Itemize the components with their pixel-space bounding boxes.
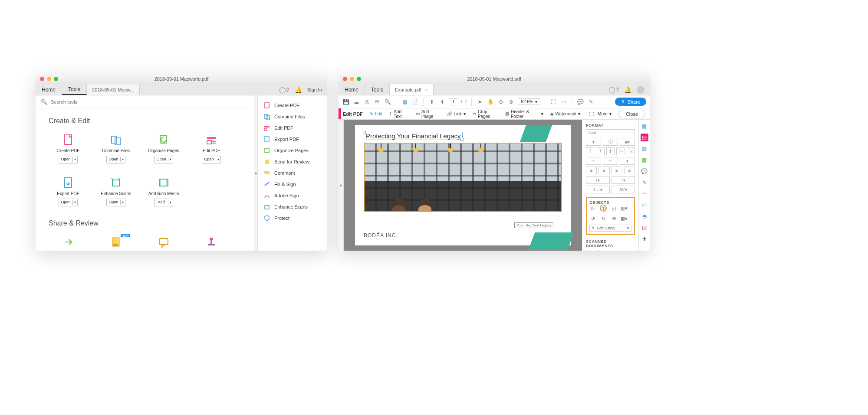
maximize-dot[interactable] bbox=[54, 77, 58, 81]
open-dropdown[interactable]: Open▼ bbox=[154, 156, 173, 163]
tab-home[interactable]: Home bbox=[339, 84, 365, 95]
doc-tab[interactable]: 2018-09-01 Macw... bbox=[87, 84, 140, 95]
rt-fill-icon[interactable]: ✎ bbox=[641, 179, 648, 186]
tab-tools[interactable]: Tools bbox=[365, 84, 390, 95]
watermark-btn[interactable]: ◈Watermark▾ bbox=[550, 109, 581, 119]
tool-a-icon[interactable]: ▦ bbox=[401, 98, 408, 106]
bell-icon[interactable]: 🔔 bbox=[295, 86, 302, 93]
side-create-pdf[interactable]: Create PDF bbox=[258, 100, 327, 111]
tool-edit-pdf[interactable]: Edit PDFOpen▼ bbox=[192, 134, 231, 163]
maximize-dot[interactable] bbox=[357, 77, 361, 81]
t-italic[interactable]: T bbox=[596, 147, 604, 155]
side-adobe-sign[interactable]: Adobe Sign bbox=[258, 190, 327, 201]
open-dropdown[interactable]: Open▼ bbox=[59, 199, 78, 206]
sign-in-link[interactable]: Sign In bbox=[307, 87, 322, 92]
tool-organize-pages[interactable]: Organize PagesOpen▼ bbox=[144, 134, 183, 163]
hand-icon[interactable]: ✋ bbox=[487, 98, 494, 106]
rt-organize-icon[interactable]: ▦ bbox=[641, 156, 648, 164]
crop-obj-icon[interactable]: ◰ bbox=[610, 205, 617, 212]
minimize-dot[interactable] bbox=[47, 77, 51, 81]
add-image-btn[interactable]: ▭Add Image bbox=[416, 109, 440, 119]
rotate-l-icon[interactable]: ↺ bbox=[589, 215, 596, 222]
account-icon[interactable] bbox=[637, 86, 644, 94]
list-opts[interactable]: ▾ bbox=[620, 157, 635, 165]
tool-add-rich-media[interactable]: Add Rich MediaAdd▼ bbox=[144, 176, 183, 206]
close-dot[interactable] bbox=[343, 77, 347, 81]
side-comment[interactable]: Comment bbox=[258, 167, 327, 179]
font-select[interactable]: Arial bbox=[586, 129, 635, 136]
tool-b-icon[interactable]: 📄 bbox=[411, 98, 419, 106]
tool-export-pdf[interactable]: Export PDFOpen▼ bbox=[49, 176, 88, 206]
edit-using-select[interactable]: ✎Edit Using...▾ bbox=[589, 225, 631, 232]
spacing-2[interactable]: ↕▾ bbox=[612, 176, 635, 184]
page-number-input[interactable] bbox=[449, 98, 458, 105]
more-btn[interactable]: ⋮⋮More▾ bbox=[587, 109, 612, 119]
rt-enhance-icon[interactable]: ▭ bbox=[641, 201, 648, 209]
flip-v-icon[interactable]: ◁▷ bbox=[600, 205, 607, 212]
edit-btn[interactable]: ✎Edit bbox=[370, 109, 382, 119]
selected-image[interactable] bbox=[364, 143, 562, 212]
open-dropdown[interactable]: Open▼ bbox=[59, 156, 78, 163]
side-export-pdf[interactable]: Export PDF bbox=[258, 134, 327, 145]
add-text-btn[interactable]: TAdd Text bbox=[389, 109, 409, 119]
highlight-icon[interactable]: ✎ bbox=[587, 98, 595, 106]
print-icon[interactable]: 🖨 bbox=[363, 98, 371, 106]
tool-share[interactable]: Share bbox=[49, 236, 88, 251]
bell-icon[interactable]: 🔔 bbox=[624, 86, 631, 93]
selection-icon[interactable]: ➤ bbox=[476, 98, 484, 106]
align-l[interactable]: ≡ bbox=[586, 167, 597, 174]
align-c[interactable]: ≡ bbox=[598, 167, 609, 174]
open-dropdown[interactable]: Open▼ bbox=[106, 156, 125, 163]
side-edit-pdf[interactable]: Edit PDF bbox=[258, 122, 327, 134]
view-icon[interactable]: ▭ bbox=[560, 98, 568, 106]
share-button[interactable]: ⇪Share bbox=[615, 98, 646, 106]
side-fill-sign[interactable]: Fill & Sign bbox=[258, 179, 327, 190]
comment-icon[interactable]: 💬 bbox=[577, 98, 585, 106]
tool-stamp[interactable]: Stamp bbox=[192, 236, 231, 251]
rt-comment-icon[interactable]: 💬 bbox=[641, 167, 648, 175]
list-bullet[interactable]: ≡ bbox=[586, 157, 601, 165]
t-btn[interactable]: T bbox=[586, 147, 594, 155]
t-bold[interactable]: T bbox=[606, 147, 615, 155]
search-icon[interactable]: 🔍 bbox=[384, 98, 391, 106]
search-input[interactable] bbox=[51, 99, 249, 105]
list-num[interactable]: ≡ bbox=[603, 157, 618, 165]
zoom-in-icon[interactable]: ⊕ bbox=[507, 98, 515, 106]
rotate-r-icon[interactable]: ↻ bbox=[600, 215, 607, 222]
zoom-select[interactable]: 82.6%▾ bbox=[518, 98, 540, 105]
hscale[interactable]: T↔▾ bbox=[586, 186, 610, 193]
side-send-for-review[interactable]: Send for Review bbox=[258, 156, 327, 167]
tool-enhance-scans[interactable]: Enhance ScansOpen▼ bbox=[96, 176, 135, 206]
help-icon[interactable]: ◯? bbox=[608, 86, 619, 93]
spacing-1[interactable]: ↕▾ bbox=[586, 176, 610, 184]
side-protect[interactable]: Protect bbox=[258, 212, 327, 224]
link-btn[interactable]: 🔗Link▾ bbox=[447, 109, 466, 119]
tool-send-for-review[interactable]: NEWSend for Review bbox=[96, 236, 135, 251]
collapse-handle[interactable]: ▶ bbox=[254, 95, 258, 251]
zoom-out-icon[interactable]: ⊖ bbox=[497, 98, 505, 106]
kerning[interactable]: AV▾ bbox=[612, 186, 635, 193]
rt-sign-icon[interactable]: 〰 bbox=[641, 190, 648, 198]
info-btn[interactable]: ⓘ bbox=[603, 138, 618, 146]
arrange-icon[interactable]: ▥▾ bbox=[621, 205, 628, 212]
tab-home[interactable]: Home bbox=[36, 84, 62, 95]
rt-export-icon[interactable]: ▥ bbox=[641, 145, 648, 153]
rt-more-icon[interactable]: ✚ bbox=[641, 235, 648, 243]
align-obj-icon[interactable]: ▦▾ bbox=[621, 215, 628, 222]
rt-protect-icon[interactable]: ◓ bbox=[641, 212, 648, 220]
minimize-dot[interactable] bbox=[350, 77, 354, 81]
mail-icon[interactable]: ✉ bbox=[373, 98, 381, 106]
save-icon[interactable]: 💾 bbox=[342, 98, 350, 106]
tool-combine-files[interactable]: Combine FilesOpen▼ bbox=[96, 134, 135, 163]
page-down-icon[interactable]: ⬇ bbox=[438, 98, 446, 106]
cloud-icon[interactable]: ☁ bbox=[352, 98, 360, 106]
left-gutter[interactable]: ▶ bbox=[339, 120, 344, 251]
open-dropdown[interactable]: Open▼ bbox=[202, 156, 221, 163]
rt-review-icon[interactable]: ▤ bbox=[641, 224, 648, 232]
doc-heading[interactable]: Protecting Your Financial Legacy bbox=[364, 132, 463, 140]
header-footer-btn[interactable]: ▤Header & Footer▾ bbox=[505, 109, 543, 119]
side-enhance-scans[interactable]: Enhance Scans bbox=[258, 201, 327, 212]
replace-icon[interactable]: ⟲ bbox=[610, 215, 617, 222]
align-r[interactable]: ≡ bbox=[612, 167, 622, 174]
tool-create-pdf[interactable]: Create PDFOpen▼ bbox=[49, 134, 88, 163]
